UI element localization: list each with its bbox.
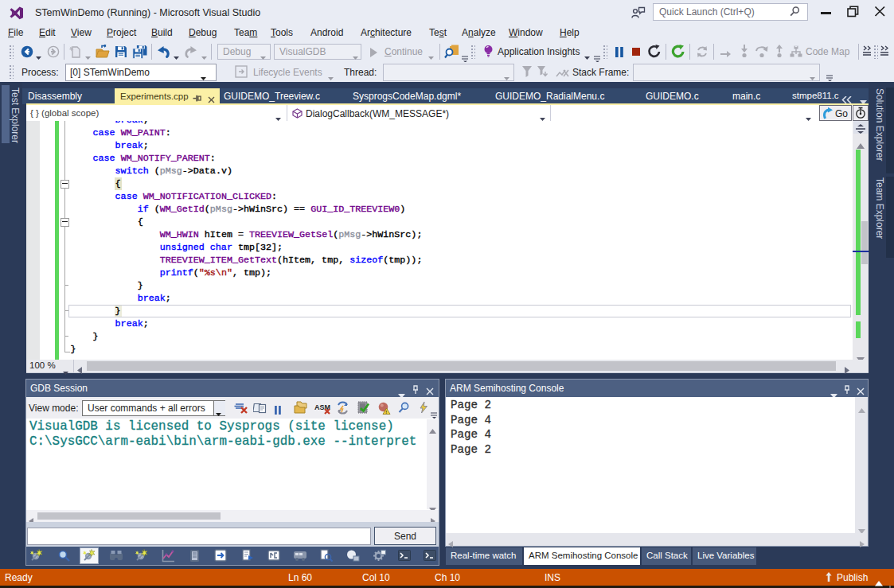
svg-text:!: ! (385, 410, 387, 415)
